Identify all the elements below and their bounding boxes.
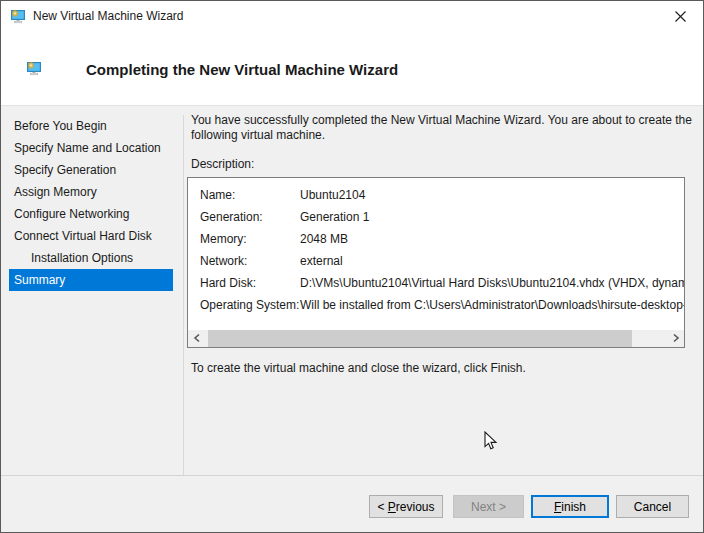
previous-button-label: revious	[396, 500, 435, 514]
scroll-left-button[interactable]	[188, 330, 205, 347]
summary-row-value: external	[300, 254, 343, 268]
summary-row-generation: Generation:Generation 1	[188, 206, 684, 228]
summary-row-label: Operating System:	[200, 294, 300, 316]
description-label: Description:	[191, 157, 254, 171]
footer-divider	[1, 475, 703, 476]
summary-row-operating-system: Operating System:Will be installed from …	[188, 294, 684, 316]
scrollbar-thumb[interactable]	[208, 330, 632, 347]
sidebar-item-configure-networking[interactable]: Configure Networking	[9, 203, 173, 225]
vm-monitor-icon	[26, 60, 42, 76]
sidebar-item-before-you-begin[interactable]: Before You Begin	[9, 115, 173, 137]
sidebar-item-assign-memory[interactable]: Assign Memory	[9, 181, 173, 203]
wizard-steps-sidebar: Before You Begin Specify Name and Locati…	[1, 115, 183, 291]
intro-text: You have successfully completed the New …	[191, 113, 693, 143]
summary-row-value: Generation 1	[300, 210, 369, 224]
mouse-cursor	[484, 431, 498, 454]
previous-button-prefix: <	[377, 500, 387, 514]
sidebar-item-summary[interactable]: Summary	[9, 269, 173, 291]
scrollbar-track[interactable]	[205, 330, 667, 347]
wizard-page-title: Completing the New Virtual Machine Wizar…	[86, 61, 398, 78]
close-button[interactable]	[658, 1, 703, 31]
new-vm-wizard-window: New Virtual Machine Wizard Completing th…	[0, 0, 704, 533]
summary-row-value: D:\VMs\Ubuntu2104\Virtual Hard Disks\Ubu…	[300, 276, 684, 290]
summary-row-value: 2048 MB	[300, 232, 348, 246]
finish-button-label: inish	[561, 500, 586, 514]
summary-rows: Name:Ubuntu2104 Generation:Generation 1 …	[188, 184, 684, 316]
summary-row-label: Name:	[200, 184, 300, 206]
summary-row-name: Name:Ubuntu2104	[188, 184, 684, 206]
previous-button-accelerator: P	[388, 500, 396, 514]
summary-row-label: Memory:	[200, 228, 300, 250]
titlebar: New Virtual Machine Wizard	[1, 1, 703, 33]
summary-row-label: Hard Disk:	[200, 272, 300, 294]
summary-row-network: Network:external	[188, 250, 684, 272]
finish-instruction: To create the virtual machine and close …	[191, 361, 526, 375]
summary-row-hard-disk: Hard Disk:D:\VMs\Ubuntu2104\Virtual Hard…	[188, 272, 684, 294]
scroll-right-button[interactable]	[667, 330, 684, 347]
summary-row-label: Network:	[200, 250, 300, 272]
summary-row-label: Generation:	[200, 206, 300, 228]
summary-row-value: Ubuntu2104	[300, 188, 365, 202]
sidebar-item-specify-name-and-location[interactable]: Specify Name and Location	[9, 137, 173, 159]
wizard-header: Completing the New Virtual Machine Wizar…	[1, 32, 703, 106]
cancel-button[interactable]: Cancel	[616, 495, 689, 518]
sidebar-item-installation-options[interactable]: Installation Options	[9, 247, 173, 269]
sidebar-item-specify-generation[interactable]: Specify Generation	[9, 159, 173, 181]
window-title: New Virtual Machine Wizard	[33, 1, 184, 31]
summary-box: Name:Ubuntu2104 Generation:Generation 1 …	[187, 177, 685, 348]
sidebar-item-connect-virtual-hard-disk[interactable]: Connect Virtual Hard Disk	[9, 225, 173, 247]
previous-button[interactable]: < Previous	[369, 495, 443, 518]
chevron-right-icon	[672, 331, 680, 346]
horizontal-scrollbar[interactable]	[188, 330, 684, 347]
next-button[interactable]: Next >	[453, 495, 524, 518]
sidebar-divider	[183, 115, 184, 475]
finish-button[interactable]: Finish	[531, 495, 609, 518]
summary-row-value: Will be installed from C:\Users\Administ…	[300, 298, 684, 312]
summary-row-memory: Memory:2048 MB	[188, 228, 684, 250]
vm-monitor-icon	[10, 8, 26, 24]
chevron-left-icon	[193, 331, 201, 346]
close-icon	[658, 10, 703, 23]
